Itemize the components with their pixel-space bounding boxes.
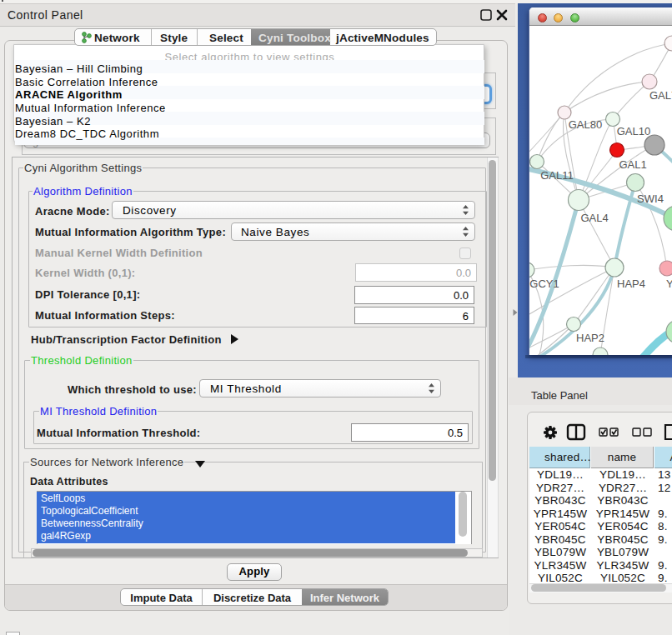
svg-text:HAP2: HAP2 xyxy=(576,332,604,344)
svg-text:GAL80: GAL80 xyxy=(569,118,602,131)
svg-text:YJ: YJ xyxy=(666,278,672,290)
svg-text:GAL10: GAL10 xyxy=(617,125,650,138)
svg-text:GAL11: GAL11 xyxy=(540,169,574,182)
svg-text:GAL1: GAL1 xyxy=(619,158,646,171)
svg-text:SWI4: SWI4 xyxy=(637,192,664,205)
svg-text:HAP4: HAP4 xyxy=(617,278,645,290)
svg-text:GCY1: GCY1 xyxy=(529,278,559,290)
svg-text:GAL7: GAL7 xyxy=(649,89,672,102)
svg-text:GAL4: GAL4 xyxy=(580,212,608,224)
